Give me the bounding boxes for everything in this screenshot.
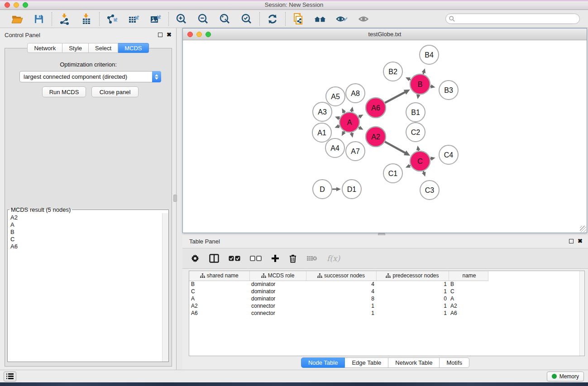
table-float-panel-icon[interactable] <box>569 239 574 243</box>
window-resize-grip[interactable] <box>580 226 586 232</box>
table-cell[interactable]: A6 <box>189 310 249 317</box>
export-table-button[interactable] <box>128 13 140 25</box>
table-cell[interactable]: connector <box>249 310 306 317</box>
graph-node-A6[interactable]: A6 <box>366 98 386 118</box>
graph-node-D[interactable]: D <box>313 180 332 199</box>
zoom-in-button[interactable] <box>175 13 188 25</box>
table-cell[interactable]: 1 <box>376 288 449 295</box>
table-cell[interactable]: C <box>449 288 488 295</box>
graph-edge-B-B1[interactable] <box>416 94 421 99</box>
network-window-titlebar[interactable]: testGlobe.txt <box>183 29 587 40</box>
graph-edge-A-A1[interactable] <box>335 124 339 128</box>
graph-node-B4[interactable]: B4 <box>420 45 439 64</box>
graph-node-B1[interactable]: B1 <box>406 103 425 122</box>
float-panel-icon[interactable] <box>158 33 163 37</box>
graph-edge-C-C4[interactable] <box>430 157 435 161</box>
tab-select[interactable]: Select <box>89 43 118 53</box>
graph-node-D1[interactable]: D1 <box>342 180 361 199</box>
graph-edge-B-B3[interactable] <box>430 85 435 89</box>
table-cell[interactable]: B <box>189 281 249 288</box>
graph-node-C2[interactable]: C2 <box>406 123 425 142</box>
column-header-predecessor-nodes[interactable]: predecessor nodes <box>376 271 449 281</box>
graph-edge-A-A4[interactable] <box>342 131 346 136</box>
table-cell[interactable]: A6 <box>449 310 488 317</box>
graph-node-A7[interactable]: A7 <box>346 142 365 161</box>
table-row[interactable]: Bdominator41B <box>189 281 488 288</box>
first-neighbors-button[interactable] <box>314 13 326 25</box>
graph-node-A2[interactable]: A2 <box>366 127 386 147</box>
import-network-button[interactable] <box>58 13 71 25</box>
graph-node-A1[interactable]: A1 <box>312 123 331 142</box>
graph-node-A4[interactable]: A4 <box>325 138 344 157</box>
graph-node-C3[interactable]: C3 <box>420 181 439 200</box>
export-network-button[interactable] <box>106 13 119 25</box>
table-cell[interactable]: 1 <box>376 281 449 288</box>
network-canvas[interactable]: B4B2BB3B1A5A8A6A3AA1C2A2A4A7C4CC1C3DD1 <box>183 40 587 233</box>
search-input[interactable] <box>457 14 579 23</box>
graph-node-A8[interactable]: A8 <box>346 84 365 103</box>
table-cell[interactable]: 8 <box>306 295 376 302</box>
graph-edge-A-A6[interactable] <box>359 114 363 119</box>
mcds-result-item[interactable]: B <box>10 229 168 236</box>
table-cell[interactable]: C <box>189 288 249 295</box>
graph-edge-C-C3[interactable] <box>422 171 426 176</box>
table-row[interactable]: A6connector11A6 <box>189 310 488 317</box>
save-session-button[interactable] <box>33 13 45 25</box>
graph-node-B3[interactable]: B3 <box>439 81 458 100</box>
zoom-selected-button[interactable] <box>240 13 253 25</box>
show-column-button[interactable] <box>209 252 219 265</box>
graph-edge-C-C2[interactable] <box>416 146 421 151</box>
table-cell[interactable]: 4 <box>306 281 376 288</box>
column-header-successor-nodes[interactable]: successor nodes <box>306 271 376 281</box>
table-cell[interactable]: connector <box>249 302 306 310</box>
table-cell[interactable]: 1 <box>376 310 449 317</box>
graph-edge-A-A8[interactable] <box>350 107 354 112</box>
table-cell[interactable]: 0 <box>376 295 449 302</box>
tab-network[interactable]: Network <box>27 43 62 53</box>
mcds-result-item[interactable]: A2 <box>10 214 168 221</box>
mcds-result-item[interactable]: A6 <box>10 243 168 250</box>
search-field[interactable] <box>445 14 580 24</box>
tab-motifs[interactable]: Motifs <box>440 357 469 368</box>
criterion-select[interactable]: largest connected component (directed) <box>19 71 161 82</box>
close-panel-icon[interactable]: ✖ <box>167 33 172 37</box>
table-cell[interactable]: B <box>449 281 488 288</box>
graph-node-A5[interactable]: A5 <box>326 87 345 106</box>
table-scrollbar[interactable] <box>579 271 584 356</box>
table-cell[interactable]: A2 <box>189 302 249 310</box>
graph-edge-C-C1[interactable] <box>406 164 411 167</box>
table-cell[interactable]: 1 <box>306 310 376 317</box>
result-list-scrollbar[interactable] <box>162 213 168 362</box>
delete-column-button[interactable] <box>289 252 297 265</box>
show-all-button[interactable] <box>357 13 370 25</box>
graph-edge-B-B2[interactable] <box>406 77 411 81</box>
graph-edge-D-D1[interactable] <box>332 187 341 191</box>
table-cell[interactable]: 4 <box>306 288 376 295</box>
graph-edge-A-A7[interactable] <box>350 133 354 138</box>
add-column-button[interactable] <box>271 252 279 265</box>
table-cell[interactable]: A <box>189 295 249 302</box>
graph-node-C1[interactable]: C1 <box>383 164 402 183</box>
table-cell[interactable]: dominator <box>249 295 306 302</box>
graph-edge-B-B4[interactable] <box>421 68 425 74</box>
graph-edge-A2-C[interactable] <box>385 142 410 156</box>
table-settings-button[interactable] <box>191 252 200 265</box>
memory-button[interactable]: Memory <box>547 372 584 381</box>
column-header-name[interactable]: name <box>449 271 488 281</box>
column-header-shared-name[interactable]: shared name <box>189 271 249 281</box>
function-builder-button[interactable]: f(x) <box>327 252 340 265</box>
table-row[interactable]: Cdominator41C <box>189 288 488 295</box>
desktop-vertical-scroll-thumb[interactable] <box>173 195 177 202</box>
table-row[interactable]: A2connector11A2 <box>189 302 488 310</box>
tab-style[interactable]: Style <box>62 43 89 53</box>
import-table-button[interactable] <box>80 13 93 25</box>
table-cell[interactable]: 1 <box>306 302 376 310</box>
table-row[interactable]: Adominator80A <box>189 295 488 302</box>
deselect-all-button[interactable] <box>250 252 262 265</box>
zoom-fit-button[interactable] <box>219 13 231 25</box>
mcds-result-item[interactable]: C <box>10 236 168 243</box>
run-mcds-button[interactable]: Run MCDS <box>42 86 86 97</box>
graph-edge-A-A2[interactable] <box>359 126 363 130</box>
graph-edge-A-A3[interactable] <box>335 116 340 120</box>
new-network-from-selection-button[interactable] <box>292 13 305 25</box>
